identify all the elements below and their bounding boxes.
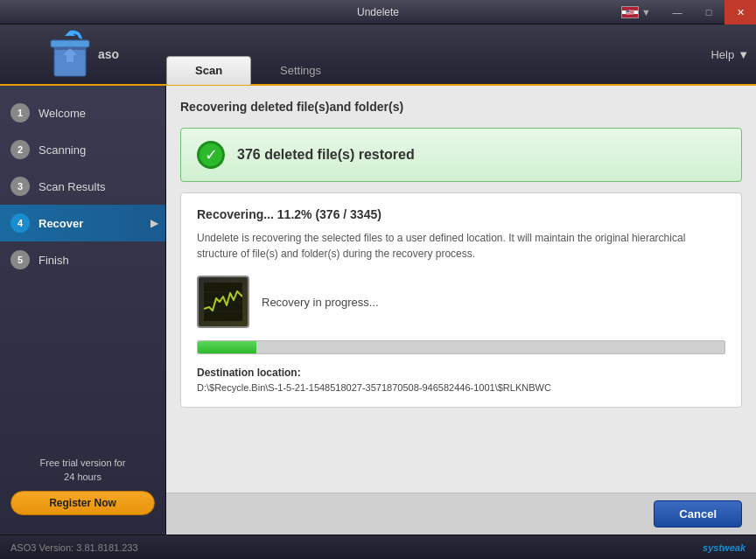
version-text: ASO3 Version: 3.81.8181.233 (10, 542, 138, 553)
content-area: Recovering deleted file(s)and folder(s) … (166, 86, 756, 493)
app-header: aso Scan Settings Help ▼ (0, 24, 756, 86)
sidebar: 1 Welcome 2 Scanning 3 Scan Results 4 Re… (0, 86, 166, 535)
sidebar-item-welcome[interactable]: 1 Welcome (0, 94, 165, 131)
sidebar-arrow-icon: ▶ (150, 217, 158, 229)
recovery-desc: Undelete is recovering the selected file… (197, 230, 725, 262)
minimize-button[interactable]: — (662, 0, 693, 24)
sidebar-item-recover[interactable]: 4 Recover ▶ (0, 205, 165, 241)
animation-icon (197, 276, 249, 328)
step-1-num: 1 (10, 103, 30, 122)
recovery-animation-row: Recovery in progress... (197, 276, 725, 328)
success-box: ✓ 376 deleted file(s) restored (180, 128, 742, 182)
sidebar-item-label-finish: Finish (38, 254, 69, 267)
sidebar-item-scan-results[interactable]: 3 Scan Results (0, 168, 165, 205)
progress-bar-container (197, 340, 725, 354)
cancel-button[interactable]: Cancel (654, 500, 742, 528)
action-bar: Cancel (166, 493, 756, 535)
tab-scan[interactable]: Scan (166, 56, 251, 85)
flag-area: 🇺🇸 ▼ (614, 0, 658, 24)
sidebar-bottom: Free trial version for 24 hours Register… (0, 446, 165, 526)
bottom-bar: ASO3 Version: 3.81.8181.233 systweak (0, 535, 756, 559)
tabs-area: Scan Settings (166, 24, 756, 84)
main-area: 1 Welcome 2 Scanning 3 Scan Results 4 Re… (0, 86, 756, 535)
sidebar-item-finish[interactable]: 5 Finish (0, 241, 165, 278)
tab-settings[interactable]: Settings (251, 56, 350, 84)
sidebar-item-label-scanning: Scanning (38, 143, 86, 157)
free-trial-text: Free trial version for 24 hours (10, 457, 155, 484)
mini-chart-svg (204, 283, 242, 321)
step-3-num: 3 (10, 177, 30, 196)
recovering-text: Recovering... 11.2% (376 / 3345) (197, 207, 725, 221)
page-title: Recovering deleted file(s)and folder(s) (180, 100, 742, 114)
logo-svg (47, 29, 93, 80)
sidebar-item-scanning[interactable]: 2 Scanning (0, 131, 165, 168)
title-bar: 🇺🇸 ▼ Undelete — □ ✕ (0, 0, 756, 24)
sidebar-item-label-recover: Recover (38, 217, 83, 230)
destination-path: D:\$Recycle.Bin\S-1-5-21-1548518027-3571… (197, 382, 725, 393)
destination-label: Destination location: (197, 367, 725, 379)
step-2-num: 2 (10, 140, 30, 159)
content-wrapper: Recovering deleted file(s)and folder(s) … (166, 86, 756, 535)
register-button[interactable]: Register Now (10, 491, 155, 515)
success-text: 376 deleted file(s) restored (237, 147, 415, 163)
info-box: Recovering... 11.2% (376 / 3345) Undelet… (180, 192, 742, 408)
step-4-num: 4 (10, 213, 30, 233)
progress-bar-fill (198, 341, 256, 353)
step-5-num: 5 (10, 250, 30, 269)
maximize-button[interactable]: □ (693, 0, 724, 24)
window-title: Undelete (357, 6, 399, 18)
sidebar-item-label-scan-results: Scan Results (38, 180, 106, 193)
help-button[interactable]: Help ▼ (710, 48, 749, 61)
logo-text: aso (98, 47, 119, 61)
systweak-logo: systweak (703, 542, 746, 553)
title-bar-controls: — □ ✕ (662, 0, 756, 24)
close-button[interactable]: ✕ (724, 0, 756, 24)
success-icon: ✓ (197, 141, 225, 169)
flag-icon: 🇺🇸 (621, 6, 639, 18)
app-logo: aso (0, 24, 166, 84)
svg-rect-2 (51, 40, 89, 47)
animation-label: Recovery in progress... (262, 296, 379, 309)
sidebar-item-label-welcome: Welcome (38, 107, 86, 120)
